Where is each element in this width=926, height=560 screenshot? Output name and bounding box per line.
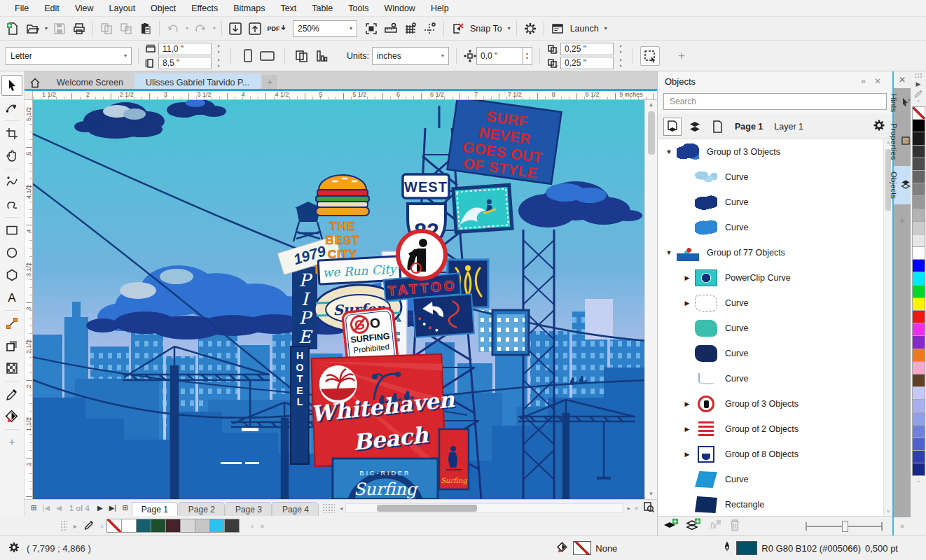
duplicate-button[interactable]: [116, 19, 136, 38]
open-button[interactable]: [22, 19, 42, 38]
palette-swatch-b3b3b3[interactable]: [912, 209, 925, 222]
expander-icon[interactable]: ▶: [682, 274, 693, 281]
view-pages-layers-objects-button[interactable]: [663, 118, 682, 136]
outline-pen-icon[interactable]: [722, 540, 732, 556]
delete-button[interactable]: [729, 519, 740, 533]
previous-page-button[interactable]: ◀: [53, 502, 65, 514]
connector-tool[interactable]: [1, 313, 22, 334]
shadow-tool[interactable]: [1, 335, 22, 356]
page-height-input[interactable]: 8,5 ": [158, 57, 212, 69]
add-tool-button[interactable]: +: [1, 432, 22, 453]
duplicate-x-spinner[interactable]: ▾▴: [616, 44, 626, 54]
palette-swatch-333333[interactable]: [912, 145, 925, 158]
palette-swatch-999999[interactable]: [912, 195, 925, 209]
treat-as-filled-button[interactable]: [640, 46, 660, 66]
pick-tool[interactable]: [1, 75, 22, 96]
redo-dropdown-caret[interactable]: ▾: [211, 25, 218, 31]
snap-to-caret[interactable]: ▾: [506, 25, 513, 31]
page-tab-page-1[interactable]: Page 1: [132, 502, 178, 517]
artistic-media-tool[interactable]: [1, 194, 22, 215]
docker-tab-properties[interactable]: Properties: [894, 118, 911, 165]
palette-swatch-c8c8f8[interactable]: [912, 386, 925, 400]
rectangle-tool[interactable]: [1, 220, 22, 241]
palette-swatch-7080e0[interactable]: [912, 425, 925, 438]
first-page-button[interactable]: |◀: [40, 502, 53, 514]
docpalette-swatch-d8d8d8[interactable]: [180, 519, 195, 533]
shape-tool[interactable]: [1, 97, 22, 118]
pagebar-grip[interactable]: [322, 503, 335, 513]
palette-eyedropper-icon[interactable]: [913, 89, 923, 99]
import-button[interactable]: [226, 19, 245, 38]
object-row[interactable]: Curve: [658, 215, 892, 240]
palette-swatch-8828c8[interactable]: [912, 335, 925, 349]
expander-icon[interactable]: ▶: [682, 300, 693, 307]
palette-flyout-arrow[interactable]: ▶: [916, 80, 921, 89]
eyedropper-tool[interactable]: [1, 384, 22, 405]
units-combo[interactable]: inches▾: [372, 47, 449, 65]
palette-swatch-f01814[interactable]: [912, 310, 925, 323]
docpalette-swatch-46222a[interactable]: [165, 519, 181, 533]
curve-tool[interactable]: [1, 172, 22, 192]
ruler-corner[interactable]: [25, 91, 33, 100]
object-row[interactable]: Curve: [658, 190, 892, 215]
expander-icon[interactable]: ▼: [663, 249, 675, 256]
nudge-spinner[interactable]: ▴▾: [523, 47, 532, 65]
object-row[interactable]: Curve: [658, 164, 892, 190]
zoom-level-combo[interactable]: 250%▾: [293, 20, 357, 37]
menu-table[interactable]: Table: [304, 1, 340, 15]
zoom-page-button[interactable]: [640, 501, 657, 514]
palette-swatch-f07820[interactable]: [912, 349, 925, 362]
palette-swatch-182888[interactable]: [912, 463, 925, 476]
save-button[interactable]: [50, 19, 69, 38]
copy-button[interactable]: [97, 19, 116, 38]
lens-fx-button[interactable]: fx: [708, 519, 722, 533]
hscroll-left-arrow[interactable]: ◂: [338, 505, 345, 512]
menu-file[interactable]: File: [7, 1, 36, 15]
docpalette-more[interactable]: »: [257, 522, 268, 530]
objects-search-input[interactable]: [663, 93, 887, 110]
expander-icon[interactable]: ▶: [682, 451, 693, 458]
object-row[interactable]: ▶PowerClip Curve: [658, 265, 892, 290]
snap-off-button[interactable]: [448, 19, 467, 38]
palette-grip[interactable]: [914, 73, 922, 78]
docpalette-swatch-14616d[interactable]: [136, 519, 151, 533]
paste-button[interactable]: [136, 19, 156, 38]
palette-swatch-5060d0[interactable]: [912, 438, 925, 451]
menu-layout[interactable]: Layout: [102, 1, 144, 15]
object-row[interactable]: ▼Group of 77 Objects: [658, 240, 892, 265]
palette-swatch-666666[interactable]: [912, 170, 925, 183]
menu-bitmaps[interactable]: Bitmaps: [226, 1, 272, 15]
object-row[interactable]: ▼Group of 3 Objects: [658, 139, 892, 164]
all-pages-button[interactable]: [292, 46, 312, 66]
polygon-tool[interactable]: [1, 265, 22, 286]
add-docker-button[interactable]: +: [899, 204, 906, 226]
options-button[interactable]: [520, 19, 540, 38]
palette-swatch-3040b0[interactable]: [912, 450, 925, 463]
text-tool[interactable]: A: [1, 287, 22, 308]
hscroll-right-arrow[interactable]: ▸: [625, 505, 633, 512]
palette-swatch-f02cf0[interactable]: [912, 323, 925, 336]
docpalette-swatch-none[interactable]: [106, 519, 122, 533]
palette-swatch-00e8f8[interactable]: [912, 272, 925, 285]
page-width-input[interactable]: 11,0 ": [158, 43, 212, 55]
docpalette-grip[interactable]: [60, 520, 67, 531]
page-tab-page-2[interactable]: Page 2: [179, 502, 225, 517]
object-row[interactable]: ▶Curve: [658, 290, 892, 316]
outline-color-swatch[interactable]: [736, 541, 757, 555]
palette-swatch-1a1a1a[interactable]: [912, 132, 925, 145]
page-tab-page-3[interactable]: Page 3: [226, 502, 272, 517]
snap-to-label[interactable]: Snap To: [467, 24, 505, 34]
pagebar-more-button[interactable]: »: [633, 505, 640, 512]
crop-tool[interactable]: [1, 123, 22, 144]
menu-help[interactable]: Help: [423, 1, 457, 15]
print-button[interactable]: [69, 19, 89, 38]
object-row[interactable]: Curve: [658, 341, 892, 366]
menu-window[interactable]: Window: [376, 1, 422, 15]
propbar-more-button[interactable]: +: [678, 49, 685, 63]
palette-scroll-down[interactable]: ⌄: [915, 476, 921, 484]
launch-caret[interactable]: ▾: [602, 25, 609, 31]
menu-object[interactable]: Object: [143, 1, 184, 15]
new-document-button[interactable]: [3, 19, 22, 38]
docpalette-swatch-3c3c3c[interactable]: [224, 519, 240, 533]
add-page-before-button[interactable]: ⊞: [27, 502, 40, 514]
